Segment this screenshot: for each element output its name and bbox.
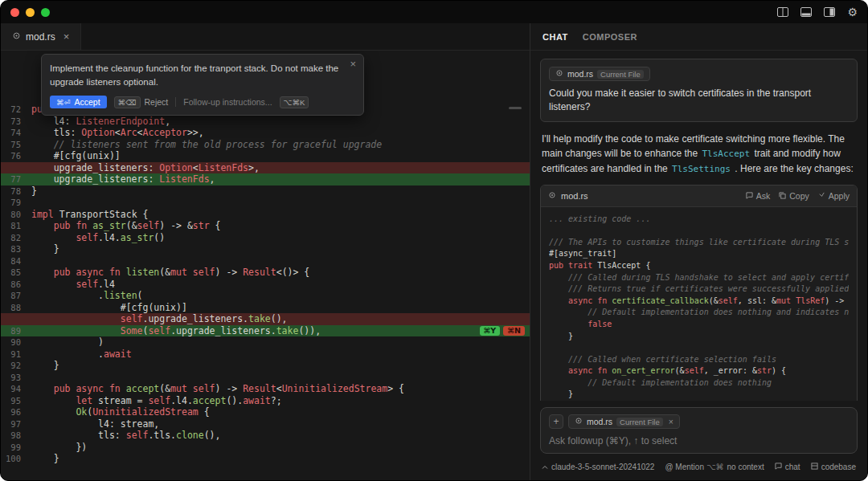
current-file-badge: Current File <box>616 418 663 426</box>
zoom-window-button[interactable] <box>41 8 50 17</box>
followup-input-placeholder[interactable]: Ask followup (⌘Y), ↑ to select <box>549 435 849 446</box>
code-line: 84 <box>1 255 530 267</box>
code-line: 79 <box>1 197 530 209</box>
code-line: 86 self.l4 <box>1 279 530 291</box>
code-line: 96 Ok(UninitializedStream { <box>1 406 530 418</box>
code-line: upgrade_listeners: Option<ListenFds>, <box>1 162 530 174</box>
code-line: false <box>549 319 849 331</box>
minimize-window-button[interactable] <box>26 8 35 17</box>
code-text: pub fn as_str(&self) -> &str { <box>31 220 530 232</box>
accept-diff-badge[interactable]: ⌘Y <box>480 326 501 336</box>
input-context-chips: + mod.rs Current File × <box>549 414 849 429</box>
window-controls <box>10 8 50 17</box>
chat-submit-button[interactable]: chat <box>775 463 800 471</box>
code-text: Ok(UninitializedStream { <box>31 406 530 418</box>
code-text: async fn certificate_callback(&self, ssl… <box>549 296 849 308</box>
code-line: 100 } <box>1 453 530 465</box>
code-block-file-name: mod.rs <box>561 191 588 201</box>
code-editor[interactable]: Implement the cleanup function for the t… <box>1 51 530 480</box>
line-number: 75 <box>1 139 31 151</box>
file-context-chip[interactable]: mod.rs Current File <box>549 67 650 81</box>
split-editor-icon[interactable] <box>777 7 788 17</box>
line-number: 84 <box>1 255 31 267</box>
code-text: // Default implementation does nothing <box>549 377 849 389</box>
code-text: l4: stream, <box>31 418 530 430</box>
line-number: 99 <box>1 442 31 454</box>
line-number: 87 <box>1 290 31 302</box>
code-text <box>31 197 530 209</box>
line-number: 72 <box>1 104 31 116</box>
inline-code-tlsaccept: TlsAccept <box>702 149 750 159</box>
toggle-right-sidebar-icon[interactable] <box>824 7 835 17</box>
copy-button[interactable]: Copy <box>779 191 809 201</box>
assistant-message: I'll help modify the code to make certif… <box>542 132 856 177</box>
code-line: 78} <box>1 185 530 198</box>
code-text: ) <box>31 336 530 349</box>
toggle-bottom-panel-icon[interactable] <box>800 7 812 17</box>
code-text: self.upgrade_listeners.take(), <box>31 313 530 325</box>
code-line: 82 self.l4.as_str() <box>1 232 530 244</box>
input-file-chip[interactable]: mod.rs Current File × <box>568 414 680 429</box>
code-line: 76 #[cfg(unix)] <box>1 150 530 162</box>
code-text: #[cfg(unix)] <box>31 150 530 162</box>
code-text: false <box>549 319 849 331</box>
mention-button[interactable]: @ Mention <box>665 463 704 471</box>
chat-input-card[interactable]: + mod.rs Current File × Ask followup (⌘Y… <box>540 407 858 454</box>
ai-edit-popup: Implement the cleanup function for the t… <box>41 54 364 116</box>
ask-icon <box>746 191 753 201</box>
code-line: 75 // listeners sent from the old proces… <box>1 139 530 151</box>
code-line <box>549 342 849 354</box>
followup-instructions-input[interactable]: Follow-up instructions... <box>183 97 272 107</box>
line-number: 94 <box>1 383 31 395</box>
add-context-button[interactable]: + <box>549 414 563 429</box>
line-number: 90 <box>1 336 31 349</box>
line-number: 78 <box>1 185 31 198</box>
chat-statusbar: claude-3-5-sonnet-20241022 @ Mention ⌥⌘ … <box>530 458 867 480</box>
close-tab-icon[interactable]: × <box>63 31 70 43</box>
code-line: self.upgrade_listeners.take(), <box>1 313 530 325</box>
code-line: 87 .listen( <box>1 290 530 302</box>
line-number: 83 <box>1 243 31 255</box>
code-line: 93 <box>1 372 530 384</box>
settings-gear-icon[interactable]: ⚙ <box>847 6 858 18</box>
code-text: /// Returns true if certificates were su… <box>549 283 849 296</box>
chat-conversation: mod.rs Current File Could you make it ea… <box>530 51 867 401</box>
code-line: // Default implementation does nothing <box>549 377 849 389</box>
rust-file-icon <box>548 191 556 201</box>
line-number: 73 <box>1 116 31 128</box>
code-suggestion-block: mod.rs Ask Copy <box>540 185 858 401</box>
codebase-submit-button[interactable]: codebase <box>811 463 856 471</box>
line-number <box>1 313 31 325</box>
ask-button[interactable]: Ask <box>746 191 771 201</box>
tab-chat[interactable]: CHAT <box>542 32 568 42</box>
code-text: /// The APIs to customize things like ce… <box>549 237 849 249</box>
reject-button[interactable]: ⌘⌫ Reject <box>114 96 169 108</box>
close-window-button[interactable] <box>10 8 19 17</box>
scrollbar-thumb[interactable] <box>509 107 522 109</box>
code-text: /// Called when certificate selection fa… <box>549 354 849 366</box>
code-line: 83 } <box>1 243 530 255</box>
code-lines: 72pub(crate) struct TransportStack {73 l… <box>1 104 530 465</box>
popup-close-icon[interactable]: × <box>350 58 356 70</box>
code-text: } <box>31 453 530 465</box>
user-message-text: Could you make it easier to switch certi… <box>549 87 849 115</box>
line-number: 95 <box>1 395 31 407</box>
model-selector[interactable]: claude-3-5-sonnet-20241022 <box>542 463 654 471</box>
code-text: async fn on_cert_error(&self, _error: &s… <box>549 365 849 377</box>
code-line: 90 ) <box>1 336 530 349</box>
remove-context-icon[interactable]: × <box>669 417 674 426</box>
apply-button[interactable]: Apply <box>818 191 850 201</box>
tab-label: mod.rs <box>26 31 55 43</box>
no-context-toggle[interactable]: ⌥⌘ no context <box>706 463 764 471</box>
code-line: /// Called during TLS handshake to selec… <box>549 272 849 284</box>
code-line: 97 l4: stream, <box>1 418 530 430</box>
tab-composer[interactable]: COMPOSER <box>583 32 637 42</box>
rust-file-icon <box>555 69 563 79</box>
code-line: } <box>549 389 849 401</box>
line-number: 92 <box>1 360 31 372</box>
tab-mod-rs[interactable]: mod.rs × <box>1 23 81 50</box>
line-number: 77 <box>1 173 31 185</box>
reject-diff-badge[interactable]: ⌘N <box>503 326 525 336</box>
code-text <box>31 255 530 267</box>
accept-button[interactable]: ⌘⏎ Accept <box>50 96 107 108</box>
